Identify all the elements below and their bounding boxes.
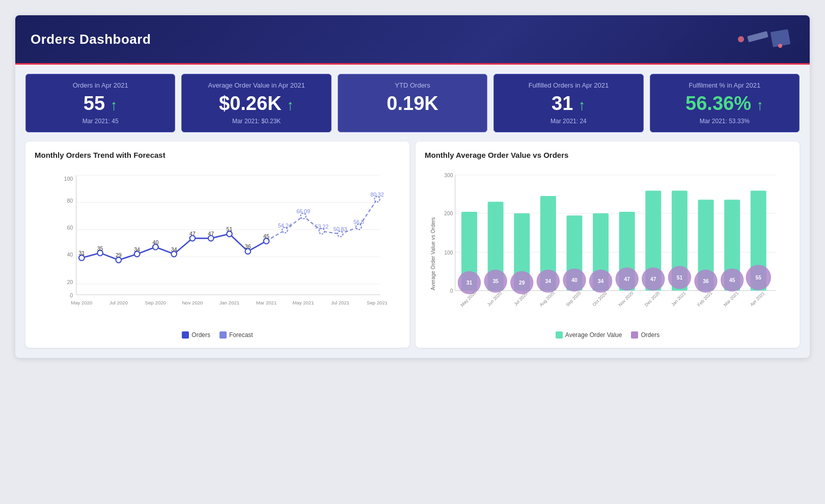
legend-forecast-label: Forecast [229,331,253,339]
svg-text:29: 29 [519,280,525,286]
line-chart-title: Monthly Orders Trend with Forecast [35,151,400,159]
svg-text:51: 51 [227,226,233,232]
svg-text:60: 60 [67,225,73,231]
svg-text:35: 35 [97,245,103,251]
kpi-row: Orders in Apr 2021 55 ↑ Mar 2021: 45 Ave… [15,65,810,142]
svg-text:May 2021: May 2021 [292,300,314,305]
svg-text:40: 40 [571,277,578,283]
kpi-orders-apr: Orders in Apr 2021 55 ↑ Mar 2021: 45 [25,74,175,132]
bar-chart-card: Monthly Average Order Value vs Orders Av… [416,142,800,348]
kpi-fulfilled-value: 31 ↑ [503,93,634,115]
svg-text:Jul 2021: Jul 2021 [331,300,349,305]
svg-text:80: 80 [67,197,73,203]
svg-text:Oct 2020: Oct 2020 [591,291,608,307]
svg-text:Jan 2021: Jan 2021 [670,291,687,307]
svg-text:200: 200 [444,211,453,216]
line-chart-legend: Orders Forecast [35,331,400,339]
svg-rect-1 [747,31,768,42]
bar-chart-wrap: Average Order Value vs Orders 300 200 10… [425,164,790,327]
svg-text:56.8: 56.8 [353,219,364,225]
legend-bar-orders-box [631,331,638,339]
kpi-ytd-value: 0.19K [347,93,478,115]
kpi-orders-apr-sub: Mar 2021: 45 [35,118,166,125]
svg-text:53.22: 53.22 [315,223,328,230]
dashboard-title: Orders Dashboard [31,32,151,47]
svg-text:34: 34 [171,246,177,252]
svg-text:66.09: 66.09 [296,208,310,214]
legend-forecast-box [219,331,227,339]
svg-text:51: 51 [677,275,683,281]
svg-text:45: 45 [263,233,269,239]
svg-text:Mar 2021: Mar 2021 [256,300,277,305]
svg-text:Aug 2020: Aug 2020 [538,290,556,307]
svg-text:100: 100 [444,249,453,255]
svg-text:50.83: 50.83 [334,226,347,232]
kpi-avg-order-sub: Mar 2021: $0.23K [191,118,321,125]
kpi-orders-apr-value: 55 ↑ [35,93,166,115]
svg-point-0 [738,36,744,42]
svg-text:Mar 2021: Mar 2021 [723,290,739,307]
svg-text:36: 36 [245,243,251,249]
legend-forecast: Forecast [219,331,253,339]
svg-text:80.32: 80.32 [370,191,384,198]
kpi-fulfilled: Fulfilled Orders in Apr 2021 31 ↑ Mar 20… [493,74,643,132]
svg-text:20: 20 [67,278,73,285]
legend-avg-box [556,331,563,339]
kpi-fulfilment-pct: Fulfilment % in Apr 2021 56.36% ↑ Mar 20… [650,74,800,132]
svg-text:Sep 2021: Sep 2021 [367,300,388,305]
legend-orders-box [182,331,189,339]
legend-avg-val: Average Order Value [556,331,622,339]
svg-text:Sep 2020: Sep 2020 [565,290,582,307]
kpi-fulfilment-pct-sub: Mar 2021: 53.33% [659,118,790,125]
kpi-fulfilled-sub: Mar 2021: 24 [503,118,634,125]
legend-orders-label: Orders [191,331,210,339]
svg-text:40: 40 [152,239,158,245]
svg-text:Average Order Value vs Orders: Average Order Value vs Orders [430,217,436,290]
svg-text:35: 35 [492,278,499,284]
svg-text:34: 34 [545,278,552,284]
legend-bar-orders-label: Orders [641,331,659,339]
svg-text:Nov 2020: Nov 2020 [617,290,635,307]
svg-text:47: 47 [624,276,630,282]
svg-text:54.24: 54.24 [278,222,292,229]
kpi-fulfilment-pct-value: 56.36% ↑ [659,93,790,115]
svg-text:Sep 2020: Sep 2020 [145,300,166,305]
svg-text:Jul 2020: Jul 2020 [109,300,128,305]
header: Orders Dashboard [15,15,810,65]
dashboard-container: Orders Dashboard Orders in Apr 2021 55 ↑… [15,15,810,358]
svg-text:100: 100 [64,176,73,182]
kpi-ytd-label: YTD Orders [347,81,478,89]
kpi-fulfilled-label: Fulfilled Orders in Apr 2021 [503,81,634,89]
kpi-fulfilment-pct-label: Fulfilment % in Apr 2021 [659,81,790,89]
svg-text:Nov 2020: Nov 2020 [182,300,203,305]
svg-text:0: 0 [70,292,73,298]
svg-text:34: 34 [598,278,604,284]
svg-text:47: 47 [208,231,214,237]
svg-text:31: 31 [78,250,85,256]
charts-row: Monthly Orders Trend with Forecast 0 20 … [15,142,810,358]
line-chart-svg: 0 20 40 60 80 100 [35,164,400,327]
svg-text:Jan 2021: Jan 2021 [219,300,239,305]
bar-chart-title: Monthly Average Order Value vs Orders [425,151,790,159]
legend-bar-orders: Orders [631,331,659,339]
logo-icon [713,26,794,52]
svg-text:36: 36 [703,278,709,284]
legend-orders: Orders [182,331,210,339]
line-chart-card: Monthly Orders Trend with Forecast 0 20 … [25,142,409,348]
svg-text:Dec 2020: Dec 2020 [644,290,661,307]
line-chart-wrap: 0 20 40 60 80 100 [35,164,400,327]
bar-chart-svg: Average Order Value vs Orders 300 200 10… [425,164,790,327]
svg-text:May 2020: May 2020 [71,300,92,305]
header-logo [713,26,794,52]
kpi-ytd: YTD Orders 0.19K [338,74,487,132]
svg-text:Apr 2021: Apr 2021 [749,291,765,307]
svg-text:31: 31 [466,280,473,286]
svg-text:Feb 2021: Feb 2021 [696,290,713,307]
legend-avg-label: Average Order Value [565,331,622,339]
kpi-avg-order-value: $0.26K ↑ [191,93,321,115]
kpi-avg-order-label: Average Order Value in Apr 2021 [191,81,321,89]
svg-text:0: 0 [450,288,453,294]
svg-text:47: 47 [189,231,196,237]
svg-text:300: 300 [444,173,453,178]
svg-point-3 [778,44,782,48]
